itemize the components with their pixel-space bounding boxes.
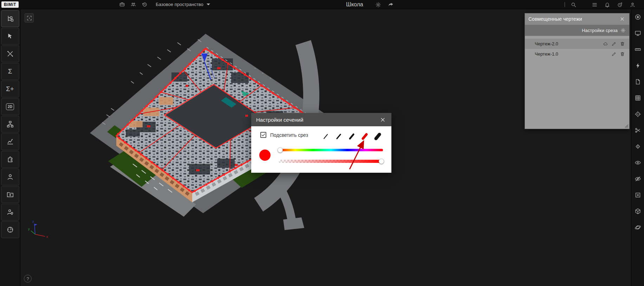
pencil-icon xyxy=(611,51,617,57)
line-weight-option-4-selected[interactable] xyxy=(360,132,369,141)
tool-view-compass[interactable] xyxy=(634,13,642,20)
hue-slider[interactable] xyxy=(279,149,383,151)
logo-bimit[interactable]: BiMiT xyxy=(1,1,19,8)
2d-icon: 2D xyxy=(6,103,14,110)
search-icon xyxy=(571,2,577,8)
project-title: Школа xyxy=(346,0,363,9)
tool-dashboard[interactable] xyxy=(1,221,19,238)
alpha-slider-handle[interactable] xyxy=(379,159,384,164)
edit-drawing-button[interactable] xyxy=(611,41,617,47)
clip-plane-icon xyxy=(635,143,641,150)
row-actions xyxy=(611,51,625,57)
drawing-row[interactable]: Чертеж-1.0 xyxy=(525,49,629,59)
row-actions xyxy=(603,41,625,47)
tool-users[interactable] xyxy=(1,169,19,185)
workspace-selector[interactable]: Базовое пространство xyxy=(156,2,210,7)
axis-gizmo: x z y xyxy=(28,220,48,239)
orbit-icon xyxy=(635,224,641,231)
panel-resize-handle[interactable] xyxy=(624,124,629,128)
axis-x-label: x xyxy=(46,235,48,239)
cloud-sync-button[interactable] xyxy=(603,41,608,47)
axis-z-label: z xyxy=(32,220,34,223)
tool-orbit[interactable] xyxy=(634,224,642,231)
app-root: BiMiT Базовое пространство Школа xyxy=(0,0,644,286)
box-clear-icon xyxy=(635,192,641,198)
close-icon xyxy=(380,117,385,122)
search-button[interactable] xyxy=(568,0,578,9)
edit-drawing-button[interactable] xyxy=(611,51,617,57)
line-weight-option-1[interactable] xyxy=(321,132,330,141)
tool-documents[interactable] xyxy=(634,78,642,85)
section-settings-button[interactable]: Настройки среза xyxy=(525,25,629,36)
tool-2d-drawings[interactable]: 2D xyxy=(1,98,19,115)
share-icon xyxy=(388,2,394,8)
history-button[interactable] xyxy=(139,0,149,9)
time-tracking-button[interactable] xyxy=(615,0,625,9)
tool-section-cut[interactable] xyxy=(634,127,642,134)
team-button[interactable] xyxy=(128,0,138,9)
delete-drawing-button[interactable] xyxy=(619,51,625,57)
drawing-label: Чертеж-1.0 xyxy=(535,51,558,57)
tool-user-location[interactable] xyxy=(1,204,19,221)
tool-view-cube[interactable] xyxy=(634,208,642,215)
shared-folder-icon xyxy=(6,191,14,198)
axis-y-label: y xyxy=(28,227,30,231)
screen-icon xyxy=(635,30,641,37)
scissors-icon xyxy=(635,127,641,134)
cube-icon xyxy=(635,208,641,215)
tool-hide-elements[interactable] xyxy=(634,175,642,182)
help-button[interactable]: ? xyxy=(24,275,32,282)
tool-plugins[interactable] xyxy=(1,151,19,168)
tool-model-tree[interactable] xyxy=(1,10,19,27)
line-weight-option-5[interactable] xyxy=(373,132,382,141)
delete-drawing-button[interactable] xyxy=(619,41,625,47)
tool-show-elements[interactable] xyxy=(634,159,642,166)
fit-view-button[interactable] xyxy=(25,13,34,23)
dialog-body: Подсветить срез xyxy=(251,126,391,173)
notifications-button[interactable] xyxy=(602,0,612,9)
drawing-row[interactable]: Чертеж-2.0 xyxy=(525,39,629,49)
time-forward-icon xyxy=(617,2,623,8)
tool-charts[interactable] xyxy=(1,133,19,150)
project-settings-button[interactable] xyxy=(373,0,383,9)
tool-clip-plane[interactable] xyxy=(634,143,642,150)
dialog-close-button[interactable] xyxy=(379,116,386,123)
tool-focus-center[interactable] xyxy=(634,110,642,117)
structure-icon xyxy=(6,120,14,128)
drawings-panel-close-button[interactable] xyxy=(619,15,626,23)
tool-clear-box[interactable] xyxy=(634,191,642,198)
line-weight-option-3[interactable] xyxy=(347,132,356,141)
users-icon xyxy=(6,173,14,181)
share-button[interactable] xyxy=(386,0,396,9)
tool-sum[interactable]: Σ xyxy=(1,63,19,80)
workspace-label: Базовое пространство xyxy=(156,2,203,7)
tool-quick-section[interactable] xyxy=(634,62,642,69)
alpha-slider[interactable] xyxy=(279,160,383,163)
right-toolbar xyxy=(631,9,644,286)
grid-icon xyxy=(635,95,641,101)
tool-measure[interactable] xyxy=(634,46,642,53)
tool-clash-detection[interactable] xyxy=(1,45,19,62)
cloud-icon xyxy=(603,41,608,46)
tool-screen-cast[interactable] xyxy=(634,30,642,37)
projects-button[interactable] xyxy=(117,0,127,9)
topbar: BiMiT Базовое пространство Школа xyxy=(0,0,644,9)
trash-icon xyxy=(620,41,625,46)
caret-down-icon xyxy=(207,4,210,5)
model-tree-icon xyxy=(6,15,14,23)
sigma-icon: Σ xyxy=(8,68,12,75)
current-color-swatch[interactable] xyxy=(259,150,271,161)
topbar-left-group: Базовое пространство xyxy=(117,0,210,9)
menu-button[interactable] xyxy=(590,0,599,9)
tool-grid-table[interactable] xyxy=(634,94,642,101)
tool-sum-plus[interactable]: Σ+ xyxy=(1,81,19,97)
highlight-section-checkbox[interactable] xyxy=(260,132,266,138)
profile-button[interactable] xyxy=(627,0,637,9)
hue-slider-handle[interactable] xyxy=(278,147,283,153)
pencil-icon xyxy=(611,41,617,46)
tool-structure[interactable] xyxy=(1,116,19,133)
line-weight-option-2[interactable] xyxy=(334,132,343,141)
tool-shared-folder[interactable] xyxy=(1,186,19,203)
dialog-header[interactable]: Настройки сечений xyxy=(251,113,391,126)
tool-select[interactable] xyxy=(1,28,19,45)
